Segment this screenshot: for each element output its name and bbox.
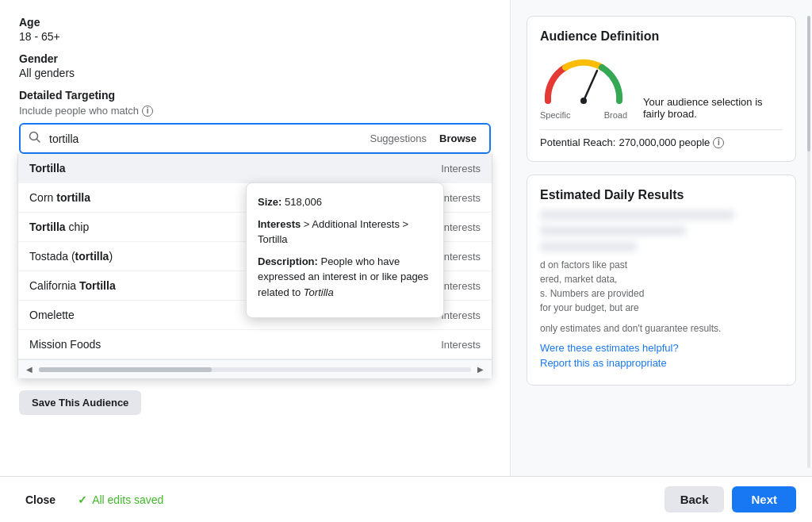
audience-definition-card: Audience Definition: [527, 16, 796, 162]
estimated-title: Estimated Daily Results: [540, 188, 783, 202]
audience-description: Your audience selection is fairly broad.: [643, 96, 783, 120]
item-tag: Interests: [441, 163, 481, 175]
svg-line-2: [584, 71, 597, 101]
tooltip-desc-label: Description:: [258, 255, 318, 267]
blurred-bar-2: [540, 226, 686, 236]
item-tag: Interests: [441, 309, 481, 321]
saved-label: All edits saved: [92, 493, 163, 506]
gauge-wrapper: Specific Broad: [540, 53, 627, 120]
tooltip-size: Size: 518,006: [258, 194, 432, 210]
detailed-targeting-section: Detailed Targeting Include people who ma…: [19, 89, 491, 154]
list-item[interactable]: Tortilla Interests: [18, 154, 492, 183]
save-audience-button[interactable]: Save This Audience: [19, 390, 141, 415]
include-people-line: Include people who match i: [19, 105, 491, 117]
item-name: Tortilla: [29, 162, 66, 175]
scroll-thumb: [39, 367, 212, 372]
item-tag: Interests: [441, 251, 481, 263]
blurred-bar-3: [540, 242, 637, 251]
age-label: Age: [19, 16, 491, 29]
tooltip-desc-italic: Tortilla: [304, 286, 334, 298]
back-button[interactable]: Back: [665, 486, 725, 512]
item-tag: Interests: [441, 221, 481, 233]
reach-info-icon[interactable]: i: [713, 137, 724, 148]
gauge-specific-label: Specific: [540, 110, 571, 120]
item-name: Omelette: [29, 309, 75, 321]
list-item[interactable]: Mission Foods Interests: [18, 330, 492, 359]
checkmark-icon: ✓: [78, 493, 87, 506]
item-name: Tostada (tortilla): [29, 250, 113, 263]
potential-reach: Potential Reach: 270,000,000 people i: [540, 129, 783, 148]
search-input[interactable]: [49, 126, 363, 152]
right-panel: Audience Definition: [511, 0, 812, 484]
search-icon: [21, 125, 49, 152]
left-panel: Age 18 - 65+ Gender All genders Detailed…: [0, 0, 511, 484]
blurred-bar-1: [540, 210, 734, 220]
estimate-note-full: only estimates and don't guarantee resul…: [540, 321, 783, 336]
item-name: Corn tortilla: [29, 191, 90, 204]
scroll-track: [39, 367, 471, 372]
gauge-broad-label: Broad: [604, 110, 627, 120]
right-scrollbar[interactable]: [807, 16, 810, 468]
estimate-note-partial: d on factors like past ered, market data…: [540, 258, 783, 315]
saved-status: ✓ All edits saved: [78, 493, 163, 506]
search-box: Suggestions Browse: [19, 123, 491, 154]
search-tabs: Suggestions Browse: [363, 129, 489, 148]
helpful-link[interactable]: Were these estimates helpful?: [540, 342, 783, 354]
include-info-icon[interactable]: i: [142, 106, 153, 117]
inappropriate-link[interactable]: Report this as inappropriate: [540, 357, 783, 369]
item-tag: Interests: [441, 192, 481, 204]
detailed-targeting-label: Detailed Targeting: [19, 89, 491, 102]
footer-right: Back Next: [665, 486, 796, 512]
potential-reach-label: Potential Reach:: [540, 136, 615, 148]
estimated-daily-card: Estimated Daily Results d on factors lik…: [527, 175, 796, 386]
audience-card-title: Audience Definition: [540, 29, 783, 44]
gender-label: Gender: [19, 52, 491, 65]
item-name: Mission Foods: [29, 338, 101, 351]
gauge-svg: [540, 53, 627, 109]
gender-value: All genders: [19, 67, 491, 79]
gauge-container: Specific Broad Your audience selection i…: [540, 53, 783, 120]
gauge-labels: Specific Broad: [540, 110, 627, 120]
item-name: Tortilla chip: [29, 221, 89, 233]
tab-suggestions[interactable]: Suggestions: [363, 129, 433, 148]
close-button[interactable]: Close: [16, 489, 65, 511]
age-section: Age 18 - 65+: [19, 16, 491, 43]
item-name: California Tortilla: [29, 279, 116, 292]
item-tag: Interests: [441, 280, 481, 292]
tooltip-description: Description: People who have expressed a…: [258, 254, 432, 301]
footer-left: Close ✓ All edits saved: [16, 489, 163, 511]
svg-line-1: [37, 140, 40, 143]
tooltip-size-value: 518,006: [285, 196, 322, 208]
tooltip-popup: Size: 518,006 Interests > Additional Int…: [246, 182, 444, 318]
right-scroll-thumb: [807, 16, 810, 152]
age-value: 18 - 65+: [19, 30, 491, 43]
tooltip-size-label: Size:: [258, 196, 282, 208]
scroll-right-arrow[interactable]: ▶: [474, 363, 487, 375]
svg-point-3: [580, 98, 587, 104]
tooltip-category-label: Interests: [258, 218, 301, 230]
potential-reach-value: 270,000,000 people: [619, 136, 710, 148]
next-button[interactable]: Next: [732, 486, 796, 512]
footer: Close ✓ All edits saved Back Next: [0, 476, 812, 522]
tooltip-category: Interests > Additional Interests > Torti…: [258, 217, 432, 248]
tab-browse[interactable]: Browse: [433, 129, 483, 148]
scroll-left-arrow[interactable]: ◀: [23, 363, 36, 375]
include-people-text: Include people who match: [19, 105, 139, 117]
item-tag: Interests: [441, 339, 481, 351]
horizontal-scrollbar[interactable]: ◀ ▶: [18, 359, 492, 378]
gender-section: Gender All genders: [19, 52, 491, 79]
